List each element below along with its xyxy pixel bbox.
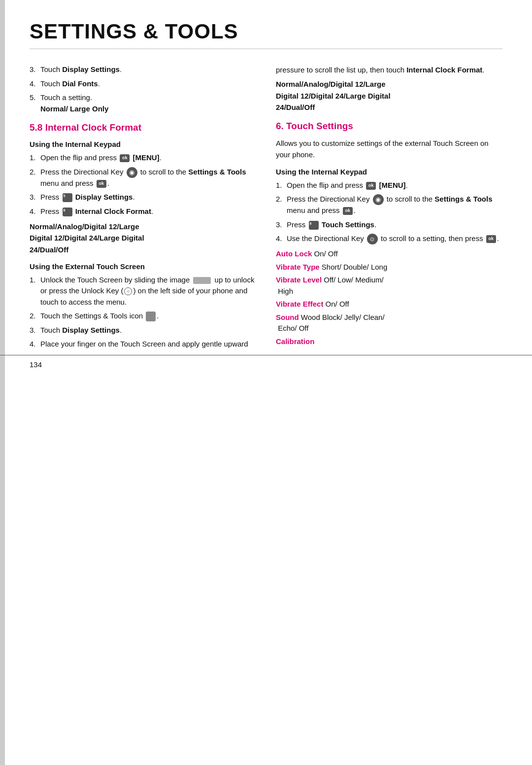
external-touch-list: 1. Unlock the Touch Screen by sliding th… (30, 275, 256, 350)
num6-button-icon: 6 (309, 221, 319, 230)
setting-vibrate-level: Vibrate Level Off/ Low/ Medium/ High (276, 275, 502, 297)
num5-button-icon: 5 (63, 193, 72, 202)
list-item: 5. Touch a setting.Normal/ Large Only (30, 92, 256, 114)
internal-keypad-list: 1. Open the flip and press ok [MENU]. 2.… (30, 152, 256, 217)
page-number: 134 (30, 360, 42, 369)
list-item: 3. Press 5 Display Settings. (30, 192, 256, 203)
left-column: 3. Touch Display Settings. 4. Touch Dial… (30, 64, 256, 354)
touch-settings-intro: Allows you to customize settings of the … (276, 138, 502, 161)
list-item: 1. Open the flip and press ok [MENU]. (30, 152, 256, 164)
setting-calibration: Calibration (276, 336, 502, 348)
list-item: 1. Unlock the Touch Screen by sliding th… (30, 275, 256, 308)
ok-button-icon: ok (97, 180, 106, 188)
format-options-internal: Normal/Analog/Digital 12/Large Digital 1… (30, 221, 256, 255)
intro-list: 3. Touch Display Settings. 4. Touch Dial… (30, 64, 256, 114)
setting-auto-lock: Auto Lock On/ Off (276, 248, 502, 260)
directional-ud-icon: ⊙ (367, 234, 378, 244)
touch-internal-keypad-heading: Using the Internal Keypad (276, 168, 502, 176)
format-options-external: Normal/Analog/Digital 12/Large Digital 1… (276, 78, 502, 113)
unlock-key-icon: ○ (124, 287, 132, 295)
list-item: 3. Press 6 Touch Settings. (276, 219, 502, 231)
ok-button-icon: ok (486, 235, 496, 243)
list-item: 2. Press the Directional Key ◉ to scroll… (276, 194, 502, 216)
list-item: 4. Press 8 Internal Clock Format. (30, 206, 256, 217)
section-6-heading: 6. Touch Settings (276, 121, 502, 132)
num8-button-icon: 8 (63, 208, 72, 216)
directional-key-icon: ◉ (127, 167, 137, 178)
setting-vibrate-effect: Vibrate Effect On/ Off (276, 299, 502, 310)
touch-internal-list: 1. Open the flip and press ok [MENU]. 2.… (276, 180, 502, 245)
list-item: 2. Touch the Settings & Tools icon . (30, 311, 256, 322)
list-item: 4. Use the Directional Key ⊙ to scroll t… (276, 233, 502, 244)
directional-key-icon: ◉ (373, 194, 384, 205)
list-item: 2. Press the Directional Key ◉ to scroll… (30, 167, 256, 189)
ok-button-icon: ok (120, 154, 130, 162)
page-title: SETTINGS & TOOLS (30, 20, 502, 49)
continuation-text: pressure to scroll the list up, then tou… (276, 64, 502, 75)
tools-icon-placeholder (146, 312, 156, 321)
list-item: 4. Place your finger on the Touch Screen… (30, 339, 256, 350)
ok-button-icon: ok (366, 182, 376, 190)
list-item: 3. Touch Display Settings. (30, 64, 256, 75)
bottom-bar: 134 (0, 355, 532, 369)
internal-keypad-heading: Using the Internal Keypad (30, 140, 256, 148)
list-item: 1. Open the flip and press ok [MENU]. (276, 180, 502, 191)
external-touch-heading: Using the External Touch Screen (30, 262, 256, 271)
right-column: pressure to scroll the list up, then tou… (276, 64, 502, 354)
section-58-heading: 5.8 Internal Clock Format (30, 122, 256, 133)
list-item: 4. Touch Dial Fonts. (30, 78, 256, 90)
ok-button-icon: ok (343, 207, 353, 215)
image-placeholder (193, 277, 211, 284)
list-item: 3. Touch Display Settings. (30, 325, 256, 336)
setting-sound: Sound Wood Block/ Jelly/ Clean/ Echo/ Of… (276, 312, 502, 334)
setting-vibrate-type: Vibrate Type Short/ Double/ Long (276, 262, 502, 273)
